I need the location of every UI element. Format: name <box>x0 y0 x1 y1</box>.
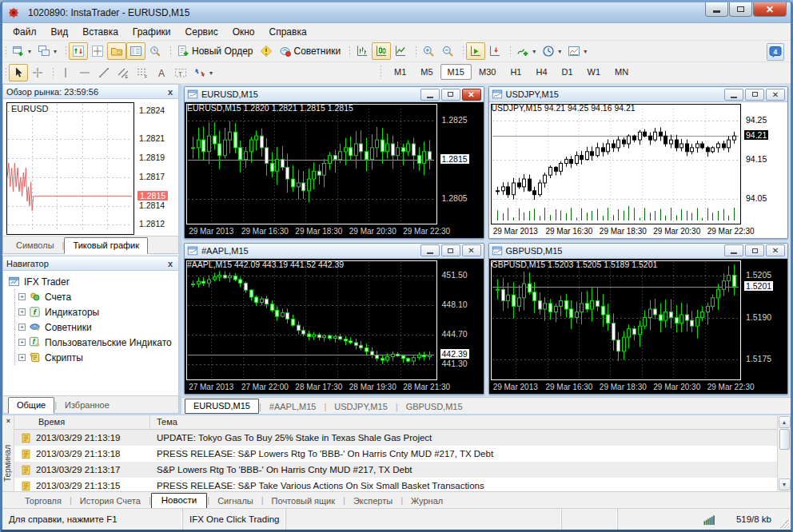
news-row[interactable]: 2013/03/29 21:13:19UPDATE: Tokyo Gas To … <box>14 430 777 446</box>
resize-grip[interactable] <box>778 509 791 530</box>
news-row[interactable]: 2013/03/29 21:13:15PRESS RELEASE: S&P Ta… <box>14 478 777 491</box>
news-scrollbar[interactable]: ▲ ▼ <box>777 415 791 491</box>
chart-tab-EURUSD,M15[interactable]: EURUSD,M15 <box>185 399 259 414</box>
menu-item-Сервис[interactable]: Сервис <box>178 25 225 39</box>
news-row[interactable]: 2013/03/29 21:13:18PRESS RELEASE: S&P Lo… <box>14 446 777 462</box>
timeframe-MN[interactable]: MN <box>608 64 636 80</box>
chart-tab-#AAPL,M15[interactable]: #AAPL,M15 <box>261 399 325 414</box>
terminal-tab-История Счета[interactable]: История Счета <box>72 494 149 508</box>
navigator-close-icon[interactable]: x <box>165 259 175 268</box>
tool-indicators[interactable]: ▾ <box>513 42 539 60</box>
tool-trend-line[interactable] <box>94 64 114 81</box>
chart-close-button[interactable]: ✕ <box>766 89 785 101</box>
terminal-tab-Журнал[interactable]: Журнал <box>403 494 451 508</box>
tool-auto-trading[interactable] <box>257 42 276 60</box>
menu-item-Вид[interactable]: Вид <box>44 25 76 39</box>
chart-window-titlebar[interactable]: EURUSD,M15✕ <box>185 87 484 102</box>
timeframe-H1[interactable]: H1 <box>503 64 528 80</box>
title-bar[interactable]: 1020890: InstaTrader - EURUSD,M15 ✕ <box>2 2 791 23</box>
chart-window-titlebar[interactable]: GBPUSD,M15✕ <box>489 244 788 259</box>
menu-item-Вставка[interactable]: Вставка <box>75 25 126 39</box>
tool-text-label[interactable]: T <box>171 64 190 81</box>
chart-window-titlebar[interactable]: #AAPL,M15✕ <box>185 244 484 259</box>
maximize-button[interactable] <box>729 2 752 17</box>
chart-canvas[interactable] <box>186 104 437 224</box>
timeframe-W1[interactable]: W1 <box>580 64 608 80</box>
navigator-header[interactable]: Навигатор x <box>3 256 178 271</box>
tick-chart[interactable]: EURUSD <box>6 102 134 235</box>
chart-minimize-button[interactable] <box>724 244 743 256</box>
scroll-down-icon[interactable]: ▼ <box>779 478 791 490</box>
tool-text[interactable]: A <box>152 64 171 81</box>
tool-cursor[interactable] <box>9 64 28 81</box>
terminal-tab-Новости[interactable]: Новости <box>151 493 208 509</box>
chart-minimize-button[interactable] <box>724 89 743 101</box>
news-column-topic[interactable]: Тема <box>150 415 777 429</box>
terminal-tab-Почтовый ящик[interactable]: Почтовый ящик <box>264 494 343 508</box>
tool-navigator[interactable] <box>107 42 126 60</box>
terminal-tab-Эксперты[interactable]: Эксперты <box>345 494 400 508</box>
chart-canvas[interactable] <box>186 260 437 381</box>
market-watch-tab-Символы[interactable]: Символы <box>8 238 62 253</box>
menu-item-Графики[interactable]: Графики <box>126 25 178 39</box>
news-column-time[interactable]: Время <box>14 415 150 429</box>
tool-zoom-out[interactable] <box>438 42 457 60</box>
chart-minimize-button[interactable] <box>420 244 440 256</box>
chart-close-button[interactable]: ✕ <box>462 244 481 256</box>
timeframe-M1[interactable]: M1 <box>387 64 413 80</box>
expand-icon[interactable]: + <box>18 339 26 346</box>
timeframe-M5[interactable]: M5 <box>413 64 440 80</box>
price-scale[interactable]: 1.52051.52011.51901.5175 <box>743 260 787 381</box>
tool-zoom-in[interactable] <box>419 42 438 60</box>
price-scale[interactable]: 451.50448.10444.70442.39441.30 <box>439 260 484 381</box>
tool-strategy-tester[interactable] <box>145 42 165 60</box>
chart-minimize-button[interactable] <box>420 89 440 101</box>
scroll-up-icon[interactable]: ▲ <box>779 416 791 428</box>
price-scale[interactable]: 1.28251.28151.2805 <box>439 104 484 224</box>
timeframe-M15[interactable]: M15 <box>440 64 472 80</box>
tool-chart-line[interactable] <box>391 42 410 60</box>
expand-icon[interactable]: + <box>18 308 26 316</box>
tool-advisors[interactable]: Советники <box>276 42 345 60</box>
timeframe-H4[interactable]: H4 <box>528 64 554 80</box>
timeframe-D1[interactable]: D1 <box>555 64 580 80</box>
chart-restore-button[interactable] <box>441 89 460 101</box>
tool-fibonacci[interactable]: F <box>133 64 152 81</box>
tool-horizontal-line[interactable] <box>75 64 94 81</box>
tree-root[interactable]: IFX Trader <box>8 274 177 289</box>
tool-new-order[interactable]: Новый Ордер <box>173 42 256 60</box>
chart-close-button[interactable]: ✕ <box>462 89 481 101</box>
market-watch-header[interactable]: Обзор рынка: 23:59:56 x <box>3 85 178 99</box>
tool-data-window[interactable] <box>88 42 107 60</box>
tool-chart-candles[interactable] <box>372 42 391 60</box>
tool-crosshair[interactable] <box>28 64 47 81</box>
tool-new-chart[interactable]: ▾ <box>9 42 34 60</box>
tree-item-Скрипты[interactable]: +Скрипты <box>18 350 177 365</box>
terminal-tab-Торговля[interactable]: Торговля <box>17 494 70 508</box>
tree-item-Пользовательские Индикато[interactable]: +fПользовательские Индикато <box>18 335 177 350</box>
chart-window-titlebar[interactable]: USDJPY,M15✕ <box>489 87 788 102</box>
tool-profiles[interactable]: ▾ <box>34 42 60 60</box>
tool-auto-scroll[interactable] <box>466 42 485 60</box>
tool-periods[interactable]: ▾ <box>539 42 564 60</box>
chart-restore-button[interactable] <box>745 244 764 256</box>
tool-market-watch[interactable] <box>69 42 88 60</box>
chart-restore-button[interactable] <box>441 244 460 256</box>
navigator-tab-Общие[interactable]: Общие <box>8 397 54 414</box>
expand-icon[interactable]: + <box>18 293 26 300</box>
chart-restore-button[interactable] <box>745 89 764 101</box>
tool-chart-shift[interactable] <box>485 42 504 60</box>
tool-vertical-line[interactable] <box>56 64 75 81</box>
minimize-button[interactable] <box>705 2 728 17</box>
tool-arrow-objects[interactable]: ▾ <box>190 64 216 81</box>
tree-item-Индикаторы[interactable]: +fИндикаторы <box>18 304 177 320</box>
market-watch-close-icon[interactable]: x <box>165 87 175 97</box>
scrollbar-thumb[interactable] <box>779 429 790 450</box>
menu-item-Файл[interactable]: Файл <box>6 25 44 39</box>
chart-canvas[interactable] <box>491 104 742 224</box>
chart-canvas[interactable] <box>491 260 742 381</box>
chart-tab-GBPUSD,M15[interactable]: GBPUSD,M15 <box>398 399 471 414</box>
market-watch-tab-Тиковый график[interactable]: Тиковый график <box>64 237 148 254</box>
notifications-button[interactable]: 4 <box>767 43 784 61</box>
price-scale[interactable]: 94.2594.2194.1594.05 <box>743 104 787 224</box>
